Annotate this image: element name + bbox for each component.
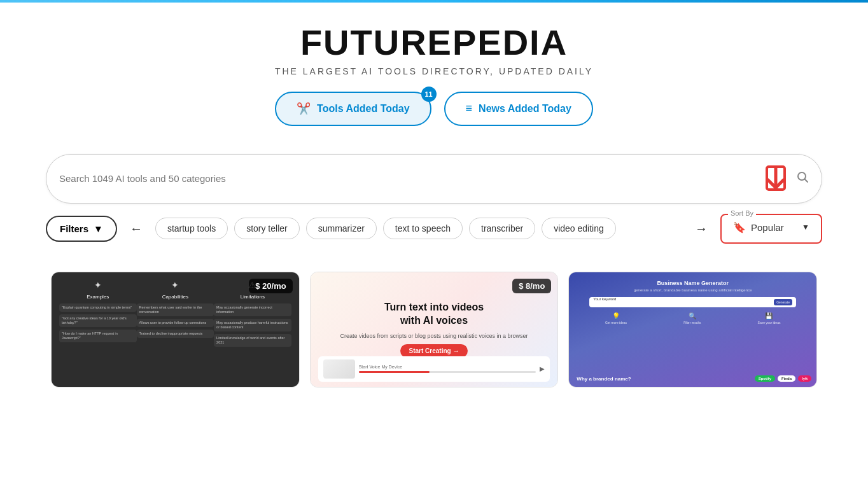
filter-icon: ▼: [94, 223, 103, 234]
card-3-subtitle: generate a short, brandable business nam…: [577, 288, 809, 292]
categories-next-button[interactable]: →: [690, 219, 713, 239]
card-3[interactable]: Business Name Generator generate a short…: [568, 272, 817, 387]
search-section: [20, 141, 848, 204]
category-tag-video-editing[interactable]: video editing: [542, 218, 616, 239]
tools-button-label: Tools Added Today: [317, 103, 409, 115]
card-1[interactable]: ✦ Examples "Explain quantum computing in…: [51, 272, 300, 387]
card-2-cta[interactable]: Start Creating →: [400, 344, 468, 358]
news-icon: ≡: [466, 102, 473, 115]
sort-current-value: Popular: [751, 222, 797, 233]
card-2-image: Turn text into videoswith AI voices Crea…: [311, 272, 558, 387]
sort-by-section: Sort By 🔖 Popular ▼: [720, 214, 822, 244]
site-title: FUTUREPEDIA: [13, 23, 855, 62]
search-input[interactable]: [59, 173, 760, 184]
news-button-label: News Added Today: [479, 103, 571, 115]
cards-section: ✦ Examples "Explain quantum computing in…: [20, 254, 848, 405]
card-1-price: $ 20/mo: [249, 279, 292, 293]
categories-prev-button[interactable]: ←: [125, 219, 148, 239]
card-3-image: Business Name Generator generate a short…: [569, 272, 816, 387]
header-section: FUTUREPEDIA THE LARGEST AI TOOLS DIRECTO…: [0, 3, 868, 141]
card-2[interactable]: Turn text into videoswith AI voices Crea…: [310, 272, 559, 387]
filters-label: Filters: [60, 223, 88, 234]
filters-button[interactable]: Filters ▼: [46, 216, 117, 242]
scroll-down-indicator: [760, 164, 791, 194]
filters-row: Filters ▼ ← startup tools story teller s…: [20, 204, 848, 254]
sort-bookmark-icon: 🔖: [733, 221, 746, 234]
category-tag-startup-tools[interactable]: startup tools: [155, 218, 228, 239]
card-1-image: ✦ Examples "Explain quantum computing in…: [52, 272, 299, 387]
card-2-price: $ 8/mo: [512, 279, 551, 293]
category-tag-summarizer[interactable]: summarizer: [306, 218, 377, 239]
category-tags-list: startup tools story teller summarizer te…: [155, 218, 682, 239]
site-subtitle: THE LARGEST AI TOOLS DIRECTORY, UPDATED …: [13, 66, 855, 76]
card-2-headline: Turn text into videoswith AI voices: [384, 301, 484, 328]
nav-buttons-group: ✂️ Tools Added Today 11 ≡ News Added Tod…: [13, 92, 855, 126]
news-added-today-button[interactable]: ≡ News Added Today: [444, 92, 593, 126]
search-bar: [46, 154, 822, 204]
search-icon[interactable]: [796, 171, 809, 186]
card-3-why-label: Why a branded name?: [577, 376, 631, 382]
category-tag-story-teller[interactable]: story teller: [234, 218, 300, 239]
category-tag-text-to-speech[interactable]: text to speech: [383, 218, 463, 239]
card-3-title: Business Name Generator: [577, 280, 809, 286]
tools-added-today-button[interactable]: ✂️ Tools Added Today 11: [275, 92, 431, 126]
tools-badge: 11: [421, 87, 437, 102]
sort-by-label: Sort By: [728, 209, 756, 217]
category-tag-transcriber[interactable]: transcriber: [469, 218, 535, 239]
svg-line-2: [805, 179, 808, 183]
sort-select[interactable]: 🔖 Popular ▼: [727, 218, 816, 237]
tools-icon: ✂️: [297, 102, 311, 116]
sort-chevron-icon: ▼: [802, 223, 809, 232]
